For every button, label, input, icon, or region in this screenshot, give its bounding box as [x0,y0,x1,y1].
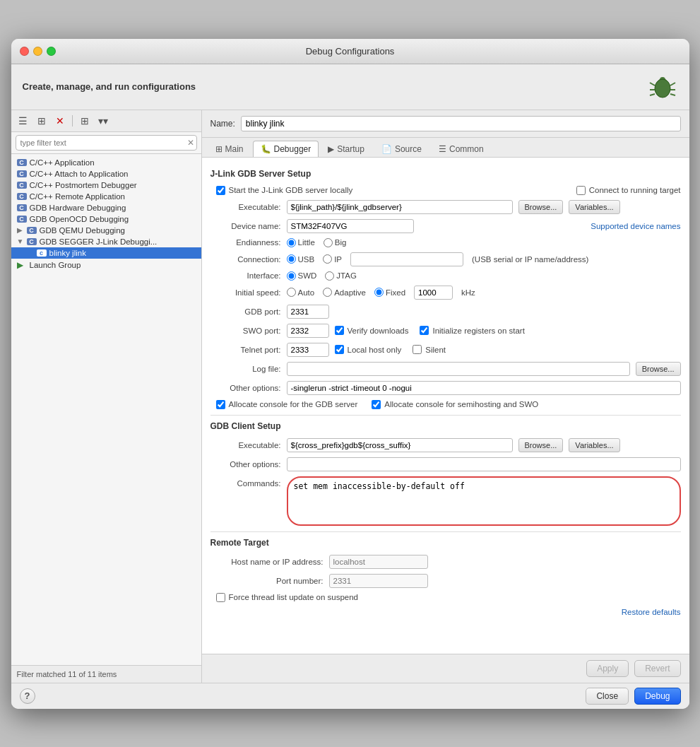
verify-downloads-checkbox[interactable] [335,326,344,335]
verify-row: Verify downloads Initialize registers on… [335,326,681,335]
gdb-client-title: GDB Client Setup [210,421,681,431]
tab-debugger[interactable]: 🐛 Debugger [253,141,319,157]
name-input[interactable] [241,116,681,131]
start-locally-checkbox[interactable] [216,186,225,195]
tab-source[interactable]: 📄 Source [374,141,429,157]
endianness-big[interactable]: Big [324,238,347,247]
search-clear-icon[interactable]: ✕ [187,138,194,148]
client-variables-button[interactable]: Variables... [569,438,619,452]
speed-radio-group: Auto Adaptive Fixed kHz [287,286,475,300]
connect-running-checkbox[interactable] [576,186,586,195]
filter-button[interactable]: ⊞ [77,113,93,129]
apply-button[interactable]: Apply [586,660,629,677]
minimize-button[interactable] [33,47,42,56]
speed-value-input[interactable] [414,286,453,300]
init-registers-checkbox[interactable] [420,326,429,335]
speed-auto[interactable]: Auto [287,288,315,297]
force-thread-checkbox[interactable] [216,593,225,602]
ip-hint: (USB serial or IP name/address) [472,255,588,264]
ip-label: IP [334,255,342,264]
start-locally-row: Start the J-Link GDB server locally Conn… [210,186,681,195]
top-bar-title: Create, manage, and run configurations [23,81,196,92]
other-options-row: Other options: [210,381,681,395]
host-input[interactable] [329,555,428,569]
client-browse-button[interactable]: Browse... [518,438,564,452]
init-registers-row: Initialize registers on start [420,326,524,335]
client-executable-input[interactable] [287,438,513,452]
maximize-button[interactable] [47,47,56,56]
right-panel: Name: ⊞ Main 🐛 Debugger ▶ Startup � [202,110,689,683]
debug-button[interactable]: Debug [634,688,680,705]
port-label: Port number: [210,577,324,585]
delete-button[interactable]: ✕ [52,113,68,129]
tree-item-qemu[interactable]: ▶ C GDB QEMU Debugging [11,225,201,236]
verify-downloads-row: Verify downloads [335,326,409,335]
tab-startup[interactable]: ▶ Startup [320,141,372,157]
c-badge: C [17,204,27,211]
tree-item-hardware-debug[interactable]: C GDB Hardware Debugging [11,202,201,213]
endianness-little[interactable]: Little [287,238,315,247]
divider2 [210,531,681,532]
revert-button[interactable]: Revert [634,660,680,677]
tree-item-attach-app[interactable]: C C/C++ Attach to Application [11,168,201,180]
connect-running-row: Connect to running target [576,186,681,195]
collapse-button[interactable]: ▾▾ [95,113,111,129]
tree-item-segger[interactable]: ▼ C GDB SEGGER J-Link Debuggi... [11,236,201,247]
telnet-port-row: Telnet port: Local host only Silent [210,343,681,357]
new-button[interactable]: ☰ [16,113,31,129]
port-input[interactable] [329,574,428,588]
tree-item-label: C/C++ Attach to Application [30,170,129,178]
c-badge: C [17,159,27,166]
variables-button[interactable]: Variables... [569,200,619,214]
client-other-input[interactable] [287,457,681,471]
executable-input[interactable] [287,200,513,214]
gdb-port-input[interactable] [287,305,329,319]
allocate-semi-checkbox[interactable] [372,400,381,409]
titlebar: Debug Configurations [11,39,689,64]
device-input[interactable] [287,219,414,233]
tab-startup-icon: ▶ [328,144,334,154]
swo-port-input[interactable] [287,324,329,338]
other-options-input[interactable] [287,381,681,395]
usb-label: USB [298,255,315,264]
tree-item-openocd[interactable]: C GDB OpenOCD Debugging [11,213,201,225]
interface-row: Interface: SWD JTAG [210,271,681,281]
allocate-semi-row: Allocate console for semihosting and SWO [372,400,538,409]
tree-item-launch-group[interactable]: ▶ Launch Group [11,259,201,271]
ip-address-input[interactable] [350,252,463,266]
c-badge: C [17,182,27,189]
left-panel: ☰ ⊞ ✕ ⊞ ▾▾ ✕ C C/C++ Application C C/C++… [11,110,202,683]
connection-radio-group: USB IP (USB serial or IP name/address) [287,252,589,266]
speed-adaptive[interactable]: Adaptive [323,288,366,297]
allocate-gdb-checkbox[interactable] [216,400,225,409]
close-button[interactable]: Close [586,688,629,705]
local-host-only-checkbox[interactable] [335,345,344,354]
search-input[interactable] [16,135,197,151]
tab-debugger-label: Debugger [274,144,312,154]
interface-swd[interactable]: SWD [287,271,317,281]
commands-textarea[interactable] [287,476,681,526]
log-file-input[interactable] [287,362,630,376]
tree-item-blinky-jlink[interactable]: c blinky jlink [11,247,201,259]
connection-ip[interactable]: IP [323,254,342,264]
tab-main[interactable]: ⊞ Main [208,141,251,157]
tree-item-cpp-app[interactable]: C C/C++ Application [11,157,201,168]
supported-devices-link[interactable]: Supported device names [591,222,680,230]
silent-checkbox[interactable] [413,345,422,354]
remote-target-title: Remote Target [210,538,681,548]
log-browse-button[interactable]: Browse... [636,362,681,376]
duplicate-button[interactable]: ⊞ [34,113,49,129]
search-wrap: ✕ [11,132,201,154]
tree-item-postmortem[interactable]: C C/C++ Postmortem Debugger [11,180,201,191]
interface-jtag[interactable]: JTAG [325,271,357,281]
help-button[interactable]: ? [20,688,35,704]
restore-defaults-link[interactable]: Restore defaults [622,608,681,616]
speed-fixed[interactable]: Fixed [374,288,405,297]
telnet-port-input[interactable] [287,343,329,357]
browse-button[interactable]: Browse... [518,200,564,214]
close-button[interactable] [20,47,29,56]
tab-common[interactable]: ☰ Common [431,141,492,157]
allocate-row: Allocate console for the GDB server Allo… [216,400,681,409]
tree-item-remote-app[interactable]: C C/C++ Remote Application [11,191,201,202]
connection-usb[interactable]: USB [287,254,315,264]
